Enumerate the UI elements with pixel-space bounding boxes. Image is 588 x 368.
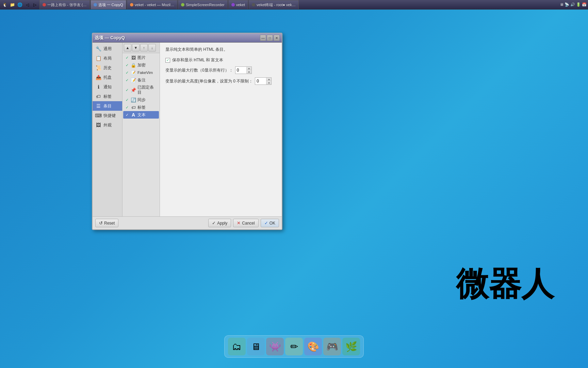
dialog-body: 🔧 通用 📋 布局 📜 历史 📤 托盘 ℹ 通知 🏷 标签: [93, 43, 282, 216]
tab-firefox[interactable]: veket - veket — Mozil…: [127, 0, 177, 9]
plugin-item-image[interactable]: ✓ 🖼 图片: [123, 54, 159, 61]
tab-terminal[interactable]: veket终端 - root● vek…: [249, 0, 299, 9]
sidebar-label-history: 历史: [103, 65, 112, 71]
plugin-item-notes[interactable]: ✓ 📝 备注: [123, 76, 159, 84]
minimize-button[interactable]: —: [260, 35, 266, 41]
sidebar-label-shortcuts: 快捷键: [103, 113, 116, 119]
max-height-decrement[interactable]: ▼: [266, 81, 271, 85]
ok-label: OK: [270, 221, 275, 226]
taskbar: 🐧 📁 🌐 ◁ ▷ 一路上有你 - 张学友 (… 选项 一 CopyQ veke…: [0, 0, 588, 10]
tab-dot: [130, 3, 133, 6]
reset-icon: ↺: [99, 220, 103, 226]
plugin-icon-text: A: [131, 112, 136, 118]
dialog-titlebar: 选项 — CopyQ — □ ✕: [93, 33, 282, 43]
move-up-button[interactable]: ▲: [124, 44, 131, 51]
reset-button[interactable]: ↺ Reset: [95, 219, 118, 227]
max-height-spin-buttons: ▲ ▼: [266, 78, 271, 85]
sidebar-label-tags: 标签: [103, 94, 112, 99]
dock-item-6[interactable]: 🌿: [342, 338, 360, 355]
sidebar-item-history[interactable]: 📜 历史: [93, 63, 122, 73]
sidebar-label-layout: 布局: [103, 56, 112, 61]
dock-item-0[interactable]: 🗂: [228, 338, 246, 355]
plugin-icon-encrypt: 🔒: [131, 62, 136, 68]
notify-icon: ℹ: [95, 84, 101, 90]
tab-music[interactable]: 一路上有你 - 张学友 (…: [39, 0, 90, 9]
sidebar-item-appearance[interactable]: 🖼 外观: [93, 120, 122, 130]
dock-item-3[interactable]: ✏: [285, 338, 303, 355]
tab-copyq[interactable]: 选项 一 CopyQ: [91, 0, 126, 9]
appearance-icon: 🖼: [95, 122, 101, 128]
plugin-icon-pinned: 📌: [131, 87, 136, 93]
sidebar-item-general[interactable]: 🔧 通用: [93, 44, 122, 53]
move-top-button[interactable]: ↑: [140, 44, 148, 51]
option-row-max-rows: 变显示的最大行数（0显示所有行）： ▲ ▼: [165, 66, 276, 74]
browser-icon[interactable]: 🌐: [16, 1, 23, 8]
sidebar-item-tray[interactable]: 📤 托盘: [93, 73, 122, 82]
save-html-label[interactable]: 保存和显示 HTML 和 富文本: [165, 57, 223, 63]
tab-recorder[interactable]: SimpleScreenRecorder: [178, 0, 228, 9]
close-button[interactable]: ✕: [274, 35, 280, 41]
start-icon[interactable]: 🐧: [1, 1, 8, 8]
plugin-item-fakevim[interactable]: ✓ 📝 FakeVim: [123, 69, 159, 76]
taskbar-left: 🐧 📁 🌐 ◁ ▷: [0, 1, 38, 8]
history-icon: 📜: [95, 65, 101, 71]
sidebar-label-notify: 通知: [103, 84, 112, 90]
move-bottom-button[interactable]: ↓: [148, 44, 156, 51]
tray-icon: 📤: [95, 74, 101, 80]
ok-button[interactable]: ✓ OK: [261, 219, 279, 227]
max-rows-increment[interactable]: ▲: [247, 67, 251, 70]
footer-right: ✓ Apply ✕ Cancel ✓ OK: [208, 219, 279, 227]
forward-icon[interactable]: ▷: [31, 1, 38, 8]
sidebar-item-tags[interactable]: 🏷 标签: [93, 92, 122, 101]
apply-button[interactable]: ✓ Apply: [208, 219, 231, 227]
sidebar-item-items[interactable]: ☰ 条目: [93, 101, 122, 111]
back-icon[interactable]: ◁: [24, 1, 31, 8]
plugin-item-sync[interactable]: ✓ 🔄 同步: [123, 96, 159, 104]
max-height-spinner[interactable]: ▲ ▼: [255, 77, 272, 85]
dialog-footer: ↺ Reset ✓ Apply ✕ Cancel ✓ OK: [93, 216, 282, 229]
dock-item-5[interactable]: 🎮: [323, 338, 341, 355]
max-height-increment[interactable]: ▲: [266, 78, 271, 81]
sidebar-item-layout[interactable]: 📋 布局: [93, 53, 122, 63]
tab-dot: [181, 3, 184, 6]
max-rows-decrement[interactable]: ▼: [247, 70, 251, 74]
plugin-item-pinned[interactable]: ✓ 📌 已固定条目: [123, 84, 159, 96]
tab-dot: [94, 3, 97, 6]
dialog-title: 选项 — CopyQ: [95, 35, 125, 41]
tab-label: 一路上有你 - 张学友 (…: [47, 2, 87, 7]
maximize-button[interactable]: □: [267, 35, 273, 41]
plugin-label-notes: 备注: [137, 78, 146, 83]
save-html-checkbox[interactable]: [165, 58, 170, 63]
plugin-check-tagging: ✓: [125, 105, 129, 110]
tab-dot: [43, 3, 46, 6]
plugin-item-tagging[interactable]: ✓ 🏷 标签: [123, 104, 159, 111]
tab-dot: [231, 3, 235, 6]
tab-dot: [252, 3, 255, 6]
tab-veket[interactable]: veket: [228, 0, 248, 9]
max-rows-input[interactable]: [235, 67, 246, 74]
sidebar-label-general: 通用: [103, 46, 112, 52]
sidebar-item-shortcuts[interactable]: ⌨ 快捷键: [93, 111, 122, 120]
dock-item-4[interactable]: 🎨: [304, 338, 322, 355]
plugin-icon-notes: 📝: [131, 77, 136, 83]
cancel-label: Cancel: [242, 221, 255, 226]
plugin-item-text[interactable]: ✓ A 文本: [123, 111, 159, 119]
max-height-label: 变显示的最大高度(单位像素，设置为 0 不限制：: [165, 78, 253, 84]
dock-item-1[interactable]: 🖥: [247, 338, 265, 355]
plugin-icon-fakevim: 📝: [131, 70, 136, 75]
option-row-save-html: 保存和显示 HTML 和 富文本: [165, 57, 276, 63]
plugin-item-encrypt[interactable]: ✓ 🔒 加密: [123, 61, 159, 69]
max-rows-spinner[interactable]: ▲ ▼: [235, 66, 252, 74]
apply-icon: ✓: [212, 220, 216, 226]
plugin-check-image: ✓: [125, 55, 129, 60]
plugin-check-encrypt: ✓: [125, 63, 129, 67]
content-description: 显示纯文本和简单的 HTML 条目。: [165, 47, 276, 52]
sidebar-label-items: 条目: [103, 103, 112, 109]
sidebar-item-notify[interactable]: ℹ 通知: [93, 82, 122, 92]
move-down-button[interactable]: ▼: [132, 44, 140, 51]
menu-icon[interactable]: 📁: [9, 1, 16, 8]
dock-item-2[interactable]: 👾: [266, 338, 284, 355]
plugin-label-sync: 同步: [137, 97, 146, 103]
cancel-button[interactable]: ✕ Cancel: [233, 219, 258, 227]
max-height-input[interactable]: [255, 78, 266, 85]
